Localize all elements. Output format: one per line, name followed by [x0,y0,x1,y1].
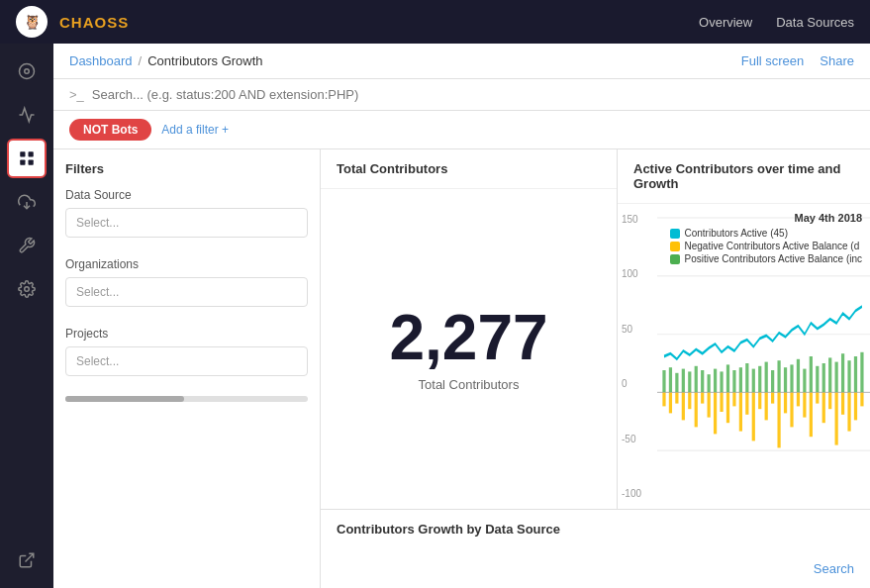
svg-rect-59 [752,392,755,441]
breadcrumb-current: Contributors Growth [147,53,262,68]
main-content: Dashboard / Contributors Growth Full scr… [53,44,870,588]
svg-rect-76 [860,392,863,406]
svg-rect-67 [803,392,806,417]
filters-scrollbar-thumb [65,396,184,402]
projects-label: Projects [65,327,308,341]
svg-point-1 [25,69,30,74]
filters-scrollbar[interactable] [65,396,308,402]
svg-rect-58 [745,392,748,414]
filters-panel: Filters Data Source Select... Organizati… [53,149,321,588]
fullscreen-button[interactable]: Full screen [741,53,805,68]
svg-rect-23 [726,364,729,392]
header-actions: Full screen Share [741,53,854,68]
y-label-n100: -100 [622,488,653,499]
not-bots-chip[interactable]: NOT Bots [69,119,151,141]
svg-rect-39 [828,357,831,392]
svg-rect-65 [790,392,793,427]
svg-rect-48 [682,392,685,420]
topbar-left: 🦉 CHAOSS [16,6,129,38]
sidebar-icon-dashboard[interactable] [7,139,47,178]
svg-rect-43 [854,356,857,392]
nav-overview[interactable]: Overview [699,15,752,30]
search-bar: >_ [53,79,870,111]
svg-rect-15 [675,373,678,393]
filters-panel-title: Filters [65,161,308,176]
organizations-label: Organizations [65,257,308,271]
svg-rect-71 [828,392,831,409]
legend-color-positive [670,254,680,264]
legend-color-active [670,229,680,239]
svg-rect-61 [765,392,768,420]
svg-rect-40 [835,362,838,393]
svg-rect-16 [682,369,685,393]
svg-rect-50 [695,392,698,427]
data-source-select[interactable]: Select... [65,208,308,238]
top-nav: Overview Data Sources [699,15,854,30]
contributors-growth-panel: Contributors Growth by Data Source Searc… [321,510,870,588]
sidebar-icon-download[interactable] [7,182,47,222]
svg-rect-3 [29,151,34,156]
svg-rect-2 [20,151,25,156]
legend-item-active: Contributors Active (45) [670,228,862,239]
total-contributors-label: Total Contributors [419,377,520,392]
svg-rect-5 [29,160,34,165]
sidebar [0,44,53,588]
svg-rect-72 [835,392,838,444]
total-contributors-value: 2,277 [389,306,547,369]
breadcrumb-dashboard[interactable]: Dashboard [69,53,133,68]
header-bar: Dashboard / Contributors Growth Full scr… [53,44,870,79]
legend-item-positive: Positive Contributors Active Balance (in… [670,253,862,264]
legend-label-active: Contributors Active (45) [684,228,788,239]
svg-rect-26 [745,363,748,392]
search-input[interactable] [92,87,854,102]
svg-rect-17 [688,371,691,392]
total-contributors-title: Total Contributors [321,149,617,189]
svg-rect-41 [841,353,844,392]
share-button[interactable]: Share [820,53,854,68]
svg-rect-4 [20,160,25,165]
svg-rect-53 [714,392,717,434]
svg-rect-70 [822,392,825,423]
sidebar-icon-compass[interactable] [7,51,47,91]
svg-rect-55 [726,392,729,423]
data-source-label: Data Source [65,188,308,202]
svg-rect-69 [816,392,819,403]
svg-rect-52 [708,392,711,417]
svg-rect-30 [771,370,774,392]
legend-item-negative: Negative Contributors Active Balance (d [670,241,862,251]
sidebar-icon-chart[interactable] [7,95,47,135]
svg-point-0 [20,64,35,79]
svg-rect-45 [662,392,665,406]
dashboard-panels: Filters Data Source Select... Organizati… [53,149,870,588]
search-button[interactable]: Search [814,561,854,576]
svg-rect-68 [810,392,813,437]
svg-rect-21 [714,369,717,393]
organizations-select[interactable]: Select... [65,277,308,307]
bottom-panels: Contributors Growth by Data Source Searc… [321,509,870,588]
svg-rect-49 [688,392,691,409]
chart-legend: May 4th 2018 Contributors Active (45) Ne… [670,212,862,266]
svg-rect-75 [854,392,857,420]
svg-rect-28 [758,366,761,393]
add-filter-button[interactable]: Add a filter + [161,123,229,137]
svg-rect-73 [841,392,844,414]
app-layout: Dashboard / Contributors Growth Full scr… [0,44,870,588]
y-label-150: 150 [622,214,653,225]
projects-select[interactable]: Select... [65,346,308,376]
svg-rect-27 [752,369,755,393]
organizations-filter-group: Organizations Select... [65,257,308,307]
sidebar-icon-export[interactable] [7,540,47,580]
y-label-50: 50 [622,324,653,335]
sidebar-icon-tools[interactable] [7,226,47,265]
projects-filter-group: Projects Select... [65,327,308,376]
sidebar-icon-settings[interactable] [7,269,47,309]
nav-data-sources[interactable]: Data Sources [776,15,854,30]
svg-rect-25 [739,367,742,392]
svg-rect-36 [810,356,813,392]
breadcrumb-separator: / [139,53,143,68]
svg-rect-22 [720,371,723,392]
svg-rect-46 [669,392,672,413]
svg-rect-18 [695,366,698,393]
svg-rect-54 [720,392,723,412]
filter-chips-bar: NOT Bots Add a filter + [53,111,870,149]
